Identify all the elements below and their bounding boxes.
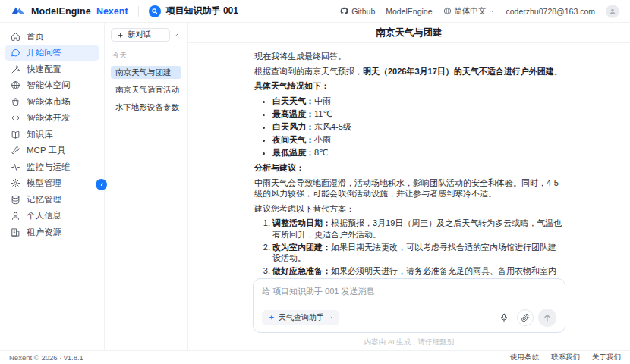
conversation-item[interactable]: 水下地形设备参数 (111, 101, 181, 114)
sidebar-item-monitor[interactable]: 监控与运维 (5, 159, 99, 174)
sidebar-item-label: 首页 (27, 31, 44, 42)
footer-links: 使用条款联系我们关于我们 (510, 353, 621, 362)
sidebar-item-label: 模型管理 (27, 177, 61, 189)
sidebar-item-label: 租户资源 (27, 227, 61, 238)
footer-link[interactable]: 联系我们 (551, 353, 580, 362)
sparkle-icon (268, 314, 276, 322)
profile-icon (11, 211, 20, 221)
message-list-item: 做好应急准备：如果必须明天进行，请务必准备充足的雨具、备用衣物和室内备用场地，并… (272, 265, 564, 278)
app-window: ModelEngine Nexent 项目知识助手 001 Github Mod… (0, 0, 630, 364)
chatpanel-collapse-button[interactable] (172, 30, 181, 39)
sidebar-item-profile[interactable]: 个人信息 (5, 209, 99, 224)
chevron-down-icon (327, 315, 333, 321)
conversation-group-label: 今天 (112, 51, 180, 61)
message-paragraph: 现在我将生成最终回答。 (254, 51, 564, 62)
brand-name: ModelEngine (31, 6, 91, 17)
sidebar-item-label: 知识库 (27, 129, 53, 140)
sidebar-item-model-mgmt[interactable]: 模型管理 (5, 176, 99, 191)
message-list-item: 最高温度：11℃ (272, 108, 564, 120)
qa-icon (11, 48, 20, 58)
sidebar-item-label: 智能体空间 (27, 80, 71, 91)
sidebar-item-label: 智能体市场 (27, 96, 71, 108)
chat-main: 南京天气与团建 现在我将生成最终回答。根据查询到的南京天气预报，明天（2026年… (188, 23, 630, 350)
conversation-item[interactable]: 南京天气与团建 (111, 66, 181, 79)
message-list-item: 调整活动日期：根据预报，3月19日（周三）及之后天气转为多云或晴，气温也有所回升… (272, 218, 564, 240)
space-icon (11, 80, 20, 90)
knowledge-icon (11, 130, 20, 140)
sidebar-item-label: 快速配置 (27, 64, 61, 75)
chevron-down-icon (490, 8, 496, 14)
github-link[interactable]: Github (340, 7, 375, 16)
send-button[interactable] (538, 309, 556, 327)
github-label: Github (351, 7, 375, 16)
sidebar-item-label: 开始问答 (27, 47, 61, 58)
paperclip-icon (521, 313, 530, 322)
sidebar-collapse-button[interactable] (96, 179, 107, 190)
sidebar-item-tenant[interactable]: 租户资源 (5, 224, 99, 240)
sidebar-item-label: 个人信息 (27, 210, 61, 221)
footer-link[interactable]: 使用条款 (510, 353, 539, 362)
footer-bar: Nexent © 2026 · v1.8.1 使用条款联系我们关于我们 (0, 350, 630, 364)
sidebar-item-label: MCP 工具 (27, 145, 66, 156)
conversation-item[interactable]: 南京天气适宜活动 (111, 83, 181, 96)
sidebar-nav: 首页开始问答快速配置智能体空间智能体市场智能体开发知识库MCP 工具监控与运维模… (0, 23, 105, 350)
user-email: coderzhu0728@163.com (506, 7, 595, 16)
sidebar-item-quick-config[interactable]: 快速配置 (5, 61, 99, 77)
message-list: 白天天气：中雨最高温度：11℃白天风力：东风4-5级夜间天气：小雨最低温度：8℃ (254, 96, 564, 158)
model-icon (11, 178, 20, 188)
message-paragraph: 分析与建议： (254, 162, 564, 174)
copyright-text: Nexent © 2026 · v1.8.1 (9, 353, 83, 362)
message-list-item: 改为室内团建：如果日期无法更改，可以考虑寻找合适的室内场馆进行团队建设活动。 (272, 242, 564, 264)
chevron-left-icon (174, 32, 181, 39)
sidebar-item-memory-mgmt[interactable]: 记忆管理 (5, 192, 99, 207)
new-chat-button[interactable]: 新对话 (111, 28, 170, 42)
sidebar-item-home[interactable]: 首页 (5, 29, 99, 44)
message-scroll-area[interactable]: 现在我将生成最终回答。根据查询到的南京天气预报，明天（2026年3月17日）的天… (188, 43, 630, 278)
arrow-up-icon (543, 313, 552, 322)
sidebar-item-mcp-tools[interactable]: MCP 工具 (5, 143, 99, 158)
sidebar-item-agent-dev[interactable]: 智能体开发 (5, 111, 99, 126)
sidebar-item-label: 记忆管理 (27, 194, 61, 206)
sidebar-item-qa[interactable]: 开始问答 (5, 46, 99, 61)
chevron-left-icon (99, 182, 105, 188)
user-avatar[interactable] (606, 5, 619, 18)
sidebar-item-knowledge[interactable]: 知识库 (5, 127, 99, 142)
brand-accent: Nexent (96, 6, 128, 17)
message-list-item: 夜间天气：小雨 (272, 134, 564, 146)
message-paragraph: 具体天气情况如下： (254, 80, 564, 92)
attach-file-button[interactable] (517, 309, 534, 326)
footer-link[interactable]: 关于我们 (592, 353, 621, 362)
voice-input-button[interactable] (496, 309, 512, 326)
globe-icon (443, 7, 452, 15)
sidebar-item-agent-market[interactable]: 智能体市场 (5, 94, 99, 109)
config-icon (11, 64, 20, 74)
message-list-item: 白天风力：东风4-5级 (272, 121, 564, 133)
memory-icon (11, 195, 20, 205)
person-icon (609, 8, 616, 15)
modelengine-label: ModelEngine (386, 7, 432, 16)
message-input[interactable]: 给 项目知识助手 001 发送消息 (262, 286, 556, 297)
language-label: 简体中文 (455, 6, 487, 17)
message-paragraph: 中雨天气会导致地面湿滑，活动场地积水，影响团队活动的安全和体验。同时，4-5级的… (254, 177, 564, 199)
top-bar: ModelEngine Nexent 项目知识助手 001 Github Mod… (0, 0, 630, 23)
message-list-item: 白天天气：中雨 (272, 96, 564, 107)
agent-selector-label: 天气查询助手 (279, 312, 324, 323)
language-selector[interactable]: 简体中文 (443, 6, 496, 17)
sidebar-item-agent-space[interactable]: 智能体空间 (5, 78, 99, 93)
market-icon (11, 97, 20, 107)
sidebar-item-label: 监控与运维 (27, 162, 71, 173)
chat-title-bar: 南京天气与团建 (188, 23, 630, 43)
sidebar-item-label: 智能体开发 (27, 112, 71, 124)
home-icon (11, 32, 20, 42)
message-paragraph: 建议您考虑以下替代方案： (254, 203, 564, 215)
mcp-icon (11, 146, 20, 155)
assistant-message: 现在我将生成最终回答。根据查询到的南京天气预报，明天（2026年3月17日）的天… (254, 51, 564, 278)
modelengine-logo-icon (11, 5, 26, 17)
dev-icon (11, 113, 20, 123)
chat-title: 南京天气与团建 (376, 27, 443, 39)
message-paragraph: 根据查询到的南京天气预报，明天（2026年3月17日）的天气不适合进行户外团建。 (254, 66, 564, 77)
agent-selector[interactable]: 天气查询助手 (262, 310, 339, 325)
microphone-icon (499, 313, 509, 322)
modelengine-link[interactable]: ModelEngine (386, 7, 432, 16)
divider (138, 6, 139, 17)
